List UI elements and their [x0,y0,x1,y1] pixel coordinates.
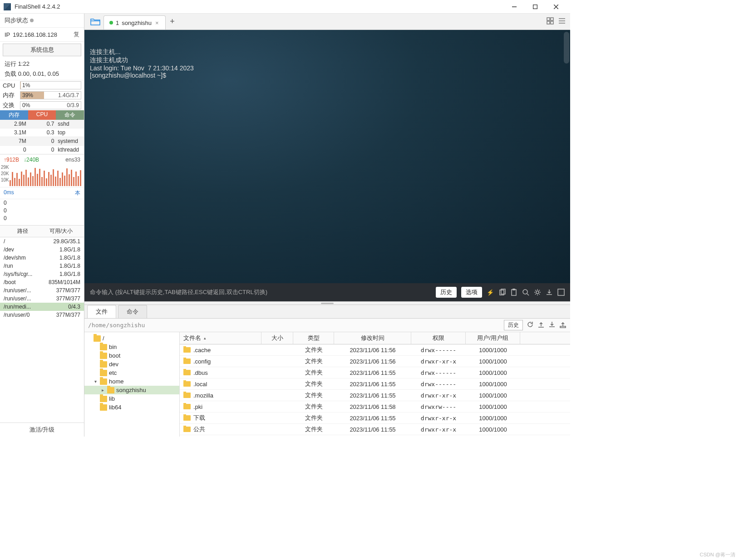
disk-row[interactable]: /run/user/...377M/377 [0,295,84,303]
search-icon[interactable] [522,289,529,296]
col-mem[interactable]: 内存 [0,110,28,120]
col-path[interactable]: 路径 [4,227,42,235]
terminal-scrollbar[interactable] [564,32,569,64]
paste-icon[interactable] [510,289,517,296]
refresh-icon[interactable] [527,321,534,329]
open-folder-icon[interactable] [87,14,103,29]
process-row[interactable]: 3.1M0.3top [0,128,84,137]
tab-command[interactable]: 命令 [118,305,147,318]
file-row[interactable]: .config文件夹2023/11/06 11:56drwxr-xr-x1000… [180,356,570,367]
upload-icon[interactable] [537,321,545,329]
history-button[interactable]: 历史 [436,287,457,298]
col-cmd[interactable]: 命令 [56,110,84,120]
folder-icon [100,353,107,359]
folder-icon [100,378,107,385]
file-row[interactable]: .cache文件夹2023/11/06 11:56drwx------1000/… [180,344,570,356]
col-cpu[interactable]: CPU [28,110,56,120]
tree-item[interactable]: lib64 [84,403,179,412]
folder-icon [100,404,107,411]
close-button[interactable] [546,0,567,14]
tab-label: songzhishu [122,20,152,26]
tab-file[interactable]: 文件 [87,305,116,318]
tree-item[interactable]: / [84,334,179,343]
hdr-type[interactable]: 类型 [293,332,334,344]
terminal[interactable]: 连接主机... 连接主机成功 Last login: Tue Nov 7 21:… [84,30,570,283]
file-row[interactable]: .dbus文件夹2023/11/06 11:55drwx------1000/1… [180,367,570,378]
list-view-icon[interactable] [558,17,566,26]
folder-icon [183,415,191,421]
folder-icon [107,387,114,393]
file-list[interactable]: 文件名 大小 类型 修改时间 权限 用户/用户组 .cache文件夹2023/1… [180,332,570,437]
disk-row[interactable]: /dev1.8G/1.8 [0,246,84,254]
session-tab[interactable]: 1 songzhishu × [103,15,166,29]
folder-icon [183,404,191,409]
sync-label: 同步状态 [5,16,28,25]
tree-item[interactable]: dev [84,360,179,368]
file-row[interactable]: .pki文件夹2023/11/06 11:58drwxrw----1000/10… [180,401,570,413]
gear-icon[interactable] [534,289,541,296]
svg-rect-13 [512,290,516,295]
minimize-button[interactable] [504,0,525,14]
grid-view-icon[interactable] [547,17,554,26]
bolt-icon[interactable]: ⚡ [487,289,494,296]
fullscreen-icon[interactable] [557,289,565,296]
command-input[interactable]: 命令输入 (按ALT键提示历史,TAB键路径,ESC键返回,双击CTRL切换) [90,288,431,296]
file-row[interactable]: 公共文件夹2023/11/06 11:55drwxr-xr-x1000/1000 [180,424,570,435]
tree-item[interactable]: etc [84,368,179,377]
activate-button[interactable]: 激活/升级 [0,422,84,437]
disk-row[interactable]: /boot835M/1014M [0,278,84,286]
copy-ip-button[interactable]: 复 [74,30,79,39]
disk-row[interactable]: /sys/fs/cgr...1.8G/1.8 [0,270,84,278]
net-iface: ens33 [65,157,80,163]
file-row[interactable]: 下载文件夹2023/11/06 11:55drwxr-xr-x1000/1000 [180,413,570,424]
disk-row[interactable]: /run/medi...0/4.3 [0,303,84,311]
disk-row[interactable]: /29.8G/35.1 [0,237,84,246]
tree-item[interactable]: bin [84,343,179,351]
hdr-perm[interactable]: 权限 [411,332,466,344]
process-row[interactable]: 2.9M0.7sshd [0,120,84,128]
add-tab-button[interactable]: + [166,14,179,29]
sync-dot-icon [30,19,34,22]
tree-item[interactable]: boot [84,351,179,360]
ip-label: IP [5,31,10,38]
process-row[interactable]: 00kthreadd [0,146,84,154]
options-button[interactable]: 选项 [461,287,482,298]
command-bar: 命令输入 (按ALT键提示历史,TAB键路径,ESC键返回,双击CTRL切换) … [84,283,570,301]
hdr-name[interactable]: 文件名 [180,332,261,344]
maximize-button[interactable] [525,0,546,14]
file-tree[interactable]: /binbootdevetc▾home▸songzhishuliblib64 [84,332,180,437]
disk-row[interactable]: /run/user/0377M/377 [0,311,84,319]
hdr-size[interactable]: 大小 [261,332,293,344]
tree-item[interactable]: ▸songzhishu [84,386,179,394]
folder-icon [183,359,191,364]
path-input[interactable]: /home/songzhishu [88,322,500,329]
hdr-own[interactable]: 用户/用户组 [466,332,520,344]
download-icon[interactable] [546,289,553,296]
path-bar: /home/songzhishu 历史 [84,319,570,332]
hdr-date[interactable]: 修改时间 [334,332,411,344]
copy-icon[interactable] [498,289,506,296]
disk-row[interactable]: /run1.8G/1.8 [0,262,84,270]
tree-item[interactable]: ▾home [84,377,179,386]
folder-icon [100,361,107,368]
network-stats: ↑912B ↓240B ens33 [0,154,84,165]
path-history-button[interactable]: 历史 [504,320,523,330]
upload-folder-icon[interactable] [559,321,567,329]
tree-item[interactable]: lib [84,394,179,403]
splitter[interactable] [84,301,570,305]
folder-icon [183,370,191,375]
file-row[interactable]: .mozilla文件夹2023/11/06 11:55drwxr-xr-x100… [180,390,570,401]
process-row[interactable]: 7M0systemd [0,137,84,146]
tab-close-icon[interactable]: × [154,20,160,26]
disk-row[interactable]: /dev/shm1.8G/1.8 [0,254,84,262]
disk-row[interactable]: /run/user/...377M/377 [0,286,84,295]
system-info-button[interactable]: 系统信息 [3,44,81,56]
col-avail[interactable]: 可用/大小 [42,227,81,235]
file-row[interactable]: .local文件夹2023/11/06 11:55drwx------1000/… [180,378,570,390]
folder-icon [100,370,107,376]
disk-table: 路径 可用/大小 /29.8G/35.1/dev1.8G/1.8/dev/shm… [0,225,84,422]
svg-rect-4 [547,18,550,20]
latency-zeros: 0 0 0 [0,199,84,225]
folder-icon [183,427,191,432]
download-file-icon[interactable] [548,321,556,329]
